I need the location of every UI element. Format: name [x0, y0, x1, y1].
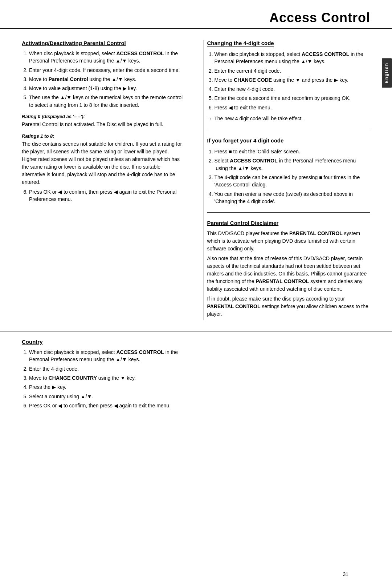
- page: Access Control English Activating/Deacti…: [0, 0, 392, 588]
- side-language-tab: English: [382, 58, 392, 88]
- title-bar: Access Control: [0, 0, 392, 29]
- section-activating-step6-list: Press OK or ◀ to confirm, then press ◀ a…: [22, 188, 185, 203]
- step-4: Move to value adjustment (1-8) using the…: [29, 85, 185, 92]
- step-6: Press OK or ◀ to confirm, then press ◀ a…: [29, 188, 185, 203]
- country-step-2: Enter the 4-digit code.: [29, 365, 185, 372]
- country-step-4: Press the ▶ key.: [29, 383, 185, 391]
- disclaimer-para2: Also note that at the time of release of…: [207, 255, 371, 293]
- forget-step-4: You can then enter a new code (twice!) a…: [215, 190, 371, 205]
- section-changing-code-heading: Changing the 4-digit code: [207, 40, 274, 47]
- section-activating: Activating/Deactivating Parental Control…: [22, 40, 185, 203]
- change-step-3: Move to CHANGE CODE using the ▼ and pres…: [215, 76, 371, 84]
- rating-zero-heading: Rating 0 (displayed as '– –'):: [22, 114, 185, 119]
- ratings-1to8-text: The disc contains scenes not suitable fo…: [22, 140, 185, 186]
- disclaimer-para3: If in doubt, please make sure the disc p…: [207, 295, 371, 318]
- ratings-1to8-heading: Ratings 1 to 8:: [22, 133, 185, 139]
- country-section: Country When disc playback is stopped, s…: [22, 339, 189, 413]
- disclaimer-para1: This DVD/SACD player features the PARENT…: [207, 230, 371, 253]
- forget-step-1: Press ■ to exit the 'Child Safe' screen.: [215, 148, 371, 155]
- bottom-right-empty: [203, 339, 370, 413]
- page-number: 31: [321, 568, 370, 581]
- change-step-6: Press ◀ to exit the menu.: [215, 104, 371, 111]
- section-disclaimer: Parental Control Disclaimer This DVD/SAC…: [207, 220, 371, 318]
- section-disclaimer-heading: Parental Control Disclaimer: [207, 220, 371, 226]
- section-activating-heading: Activating/Deactivating Parental Control: [22, 40, 185, 46]
- step-2: Enter your 4-digit code. If necessary, e…: [29, 67, 185, 74]
- section-forget-code-heading: If you forget your 4 digit code: [207, 137, 284, 144]
- main-content: Activating/Deactivating Parental Control…: [0, 29, 392, 331]
- forget-step-3: The 4-digit code can be cancelled by pre…: [215, 174, 371, 189]
- section-forget-code: If you forget your 4 digit code Press ■ …: [207, 137, 371, 205]
- divider-2: [207, 212, 371, 213]
- step-1: When disc playback is stopped, select AC…: [29, 50, 185, 65]
- right-column: Changing the 4-digit code When disc play…: [203, 40, 371, 320]
- country-heading: Country: [22, 339, 185, 345]
- country-steps: When disc playback is stopped, select AC…: [22, 349, 185, 409]
- forget-step-2: Select ACCESS CONTROL in the Personal Pr…: [215, 157, 371, 172]
- section-activating-steps: When disc playback is stopped, select AC…: [22, 50, 185, 109]
- section-changing-code: Changing the 4-digit code When disc play…: [207, 40, 371, 122]
- change-step-4: Enter the new 4-digit code.: [215, 85, 371, 93]
- change-step-5: Enter the code a second time and reconfi…: [215, 94, 371, 102]
- page-title: Access Control: [269, 10, 370, 25]
- country-step-3: Move to CHANGE COUNTRY using the ▼ key.: [29, 374, 185, 382]
- divider-1: [207, 130, 371, 130]
- country-step-6: Press OK or ◀ to confirm, then press ◀ a…: [29, 402, 185, 409]
- country-step-5: Select a country using ▲/▼.: [29, 393, 185, 400]
- section-forget-code-steps: Press ■ to exit the 'Child Safe' screen.…: [207, 148, 371, 205]
- step-3: Move to Parental Control using the ▲/▼ k…: [29, 76, 185, 83]
- step-5: Then use the ▲/▼ keys or the numerical k…: [29, 94, 185, 109]
- rating-zero-text: Parental Control is not activated. The D…: [22, 121, 185, 128]
- change-step-1: When disc playback is stopped, select AC…: [215, 51, 371, 65]
- bottom-section: Country When disc playback is stopped, s…: [0, 331, 392, 424]
- change-code-note: → The new 4 digit code will be take effe…: [207, 115, 371, 122]
- left-column: Activating/Deactivating Parental Control…: [22, 40, 189, 320]
- section-changing-code-steps: When disc playback is stopped, select AC…: [207, 51, 371, 111]
- country-step-1: When disc playback is stopped, select AC…: [29, 349, 185, 363]
- change-step-2: Enter the current 4 digit code.: [215, 67, 371, 74]
